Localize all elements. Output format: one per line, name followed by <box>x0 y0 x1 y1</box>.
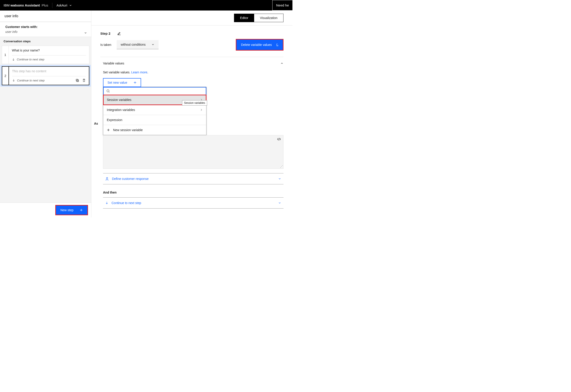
popover-item-label: Session variables <box>107 98 132 102</box>
popover-item-new-session-variable[interactable]: New session variable <box>103 125 206 135</box>
chevron-up-icon <box>280 62 283 65</box>
is-taken-label: Is taken <box>100 43 111 46</box>
continue-next-step-row[interactable]: Continue to next step <box>103 197 283 209</box>
customer-starts-card[interactable]: Customer starts with: user info <box>0 22 91 37</box>
arrow-down-icon <box>12 58 15 61</box>
variable-values-heading: Variable values <box>103 62 124 65</box>
project-switcher[interactable]: AskAuri <box>57 4 72 7</box>
variable-search-input[interactable] <box>112 89 203 93</box>
fx-icon: fx <box>276 43 278 47</box>
condition-dropdown[interactable]: without conditions <box>117 40 159 49</box>
chevron-down-icon <box>69 4 72 7</box>
edit-icon[interactable] <box>117 31 121 35</box>
popover-item-label: Integration variables <box>107 108 135 112</box>
chevron-right-icon <box>200 109 203 111</box>
step-continue: Continue to next step <box>12 79 44 82</box>
plan-badge: Plus <box>42 3 48 7</box>
tooltip: Session variables <box>182 100 207 106</box>
variable-values-subtext: Set variable values. Learn more. <box>103 70 283 74</box>
need-help-button[interactable]: Need he <box>272 0 293 11</box>
svg-point-2 <box>107 90 109 92</box>
and-then-heading: And then <box>91 184 293 196</box>
brand-bold: watsonx Assistant <box>11 3 40 7</box>
step-continue-label: Continue to next step <box>17 79 44 82</box>
popover-item-label: Expression <box>107 118 122 122</box>
arrow-down-icon <box>105 201 108 205</box>
arrow-down-icon <box>12 79 15 82</box>
svg-rect-1 <box>77 80 79 82</box>
plus-icon <box>80 209 83 212</box>
step-number: 1 <box>2 46 9 64</box>
chevron-down-icon <box>151 43 155 46</box>
new-step-button[interactable]: New step <box>55 205 88 215</box>
delete-variable-values-label: Delete variable values <box>241 43 272 46</box>
divider <box>12 55 86 56</box>
assistant-says-area[interactable]: ⋰ <box>103 135 283 169</box>
popover-item-integration-variables[interactable]: Integration variables <box>103 105 206 115</box>
need-help-label: Need he <box>276 3 289 7</box>
chevron-down-icon <box>278 177 281 180</box>
condition-value: without conditions <box>121 43 146 46</box>
brand: IBM watsonx Assistant <box>4 3 40 7</box>
customer-starts-label: Customer starts with: <box>5 25 87 29</box>
popover-item-expression[interactable]: Expression <box>103 115 206 125</box>
tabs: Editor Visualization <box>234 14 283 22</box>
new-step-label: New step <box>60 208 73 212</box>
define-customer-response-row[interactable]: Define customer response <box>103 173 283 184</box>
continue-next-label: Continue to next step <box>112 201 141 205</box>
popover-item-session-variables[interactable]: Session variables Session variables <box>103 95 206 105</box>
set-new-value-label: Set new value <box>107 81 127 84</box>
resize-handle[interactable]: ⋰ <box>280 165 283 168</box>
chevron-down-icon <box>278 201 281 205</box>
customer-starts-example: user info <box>5 30 87 34</box>
step-question: What is your name? <box>12 49 86 52</box>
tab-editor[interactable]: Editor <box>234 14 254 22</box>
svg-rect-0 <box>76 79 78 81</box>
search-icon <box>106 89 110 93</box>
variable-values-toggle[interactable]: Variable values <box>103 60 283 67</box>
delete-variable-values-button[interactable]: Delete variable values fx <box>236 39 283 51</box>
popover-item-label: New session variable <box>113 128 143 132</box>
step-continue-label: Continue to next step <box>17 58 44 61</box>
plus-icon <box>133 81 137 84</box>
svg-point-3 <box>106 177 108 179</box>
learn-more-link[interactable]: Learn more <box>131 70 147 74</box>
trash-icon[interactable] <box>82 79 86 82</box>
left-panel: Customer starts with: user info Conversa… <box>0 11 91 217</box>
var-sub-pre: Set variable values. <box>103 70 131 74</box>
project-name: AskAuri <box>57 4 67 7</box>
var-sub-post: . <box>147 70 148 74</box>
chevron-down-icon <box>84 31 87 34</box>
divider <box>52 3 52 8</box>
step-card-2[interactable]: 2 This step has no content Continue to n… <box>2 66 89 85</box>
plus-icon <box>107 128 110 132</box>
divider <box>12 76 86 76</box>
step-title: Step 2 <box>100 31 110 35</box>
define-response-label: Define customer response <box>112 177 148 181</box>
step-empty-text: This step has no content <box>12 69 86 73</box>
variable-picker-popover: Session variables Session variables Inte… <box>103 87 206 135</box>
top-bar: IBM watsonx Assistant Plus AskAuri Need … <box>0 0 293 11</box>
right-panel: Editor Visualization Step 2 Is taken wit… <box>91 11 293 217</box>
left-footer: New step <box>0 202 91 217</box>
step-number: 2 <box>2 67 9 85</box>
assistant-says-label-truncated: As <box>94 122 98 125</box>
set-new-value-button[interactable]: Set new value <box>103 78 141 87</box>
tab-visualization[interactable]: Visualization <box>254 14 283 22</box>
brand-prefix: IBM <box>4 3 11 7</box>
code-icon[interactable] <box>277 137 281 141</box>
conversation-steps-heading: Conversation steps <box>0 37 91 46</box>
step-continue: Continue to next step <box>12 58 86 61</box>
action-name-input[interactable] <box>4 14 87 18</box>
user-icon <box>105 177 109 181</box>
copy-icon[interactable] <box>75 79 79 82</box>
step-card-1[interactable]: 1 What is your name? Continue to next st… <box>2 46 89 64</box>
variable-search[interactable] <box>103 87 206 95</box>
action-title-field[interactable] <box>0 11 91 22</box>
